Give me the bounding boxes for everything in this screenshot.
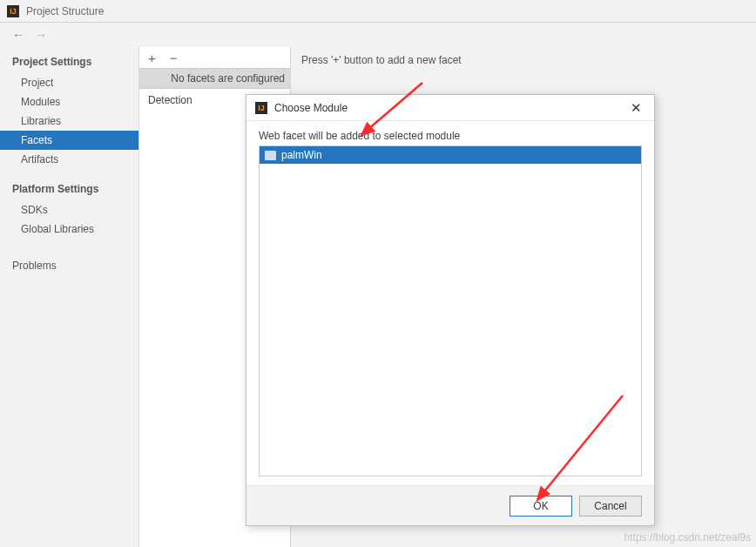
- module-list[interactable]: palmWin: [259, 145, 642, 476]
- module-name: palmWin: [281, 149, 322, 161]
- add-facet-button[interactable]: +: [148, 51, 156, 65]
- back-button[interactable]: ←: [12, 28, 24, 42]
- sidebar-item-artifacts[interactable]: Artifacts: [0, 150, 138, 169]
- sidebar-item-global-libraries[interactable]: Global Libraries: [0, 219, 138, 239]
- sidebar-item-sdks[interactable]: SDKs: [0, 200, 138, 219]
- dialog-titlebar: IJ Choose Module ✕: [246, 95, 654, 121]
- sidebar-item-project[interactable]: Project: [0, 73, 138, 92]
- section-platform-settings: Platform Settings: [0, 178, 138, 200]
- main-hint: Press '+' button to add a new facet: [301, 54, 746, 66]
- cancel-button[interactable]: Cancel: [579, 496, 642, 517]
- window-titlebar: IJ Project Structure: [0, 0, 756, 23]
- settings-sidebar: Project Settings Project Modules Librari…: [0, 47, 139, 547]
- dialog-body: Web facet will be added to selected modu…: [246, 121, 654, 485]
- sidebar-item-modules[interactable]: Modules: [0, 92, 138, 111]
- facets-toolbar: + −: [139, 47, 290, 68]
- sidebar-item-problems[interactable]: Problems: [0, 256, 138, 275]
- nav-history: ← →: [0, 23, 756, 47]
- folder-icon: [265, 151, 276, 160]
- module-list-item[interactable]: palmWin: [260, 146, 641, 164]
- window-title: Project Structure: [26, 5, 104, 17]
- no-facets-label: No facets are configured: [139, 68, 290, 89]
- close-icon[interactable]: ✕: [627, 100, 645, 116]
- dialog-title: Choose Module: [274, 102, 620, 114]
- sidebar-item-facets[interactable]: Facets: [0, 131, 138, 150]
- dialog-hint: Web facet will be added to selected modu…: [259, 130, 642, 142]
- ok-button[interactable]: OK: [510, 496, 572, 517]
- section-project-settings: Project Settings: [0, 51, 138, 73]
- app-icon: IJ: [255, 102, 267, 114]
- remove-facet-button[interactable]: −: [170, 51, 178, 65]
- choose-module-dialog: IJ Choose Module ✕ Web facet will be add…: [246, 94, 655, 526]
- sidebar-item-libraries[interactable]: Libraries: [0, 111, 138, 131]
- dialog-footer: OK Cancel: [246, 485, 654, 525]
- app-icon: IJ: [7, 5, 19, 17]
- forward-button[interactable]: →: [35, 28, 47, 42]
